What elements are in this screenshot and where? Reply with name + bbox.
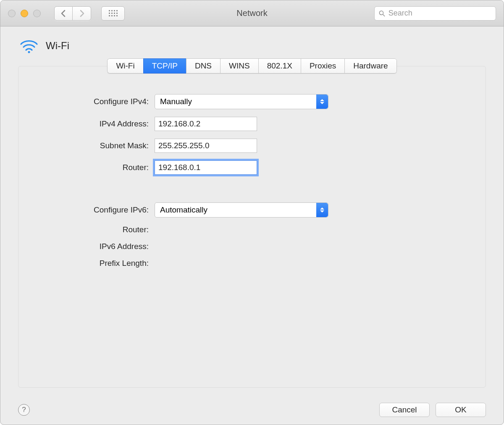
nav-forward-button[interactable]	[73, 6, 91, 21]
tab-hardware[interactable]: Hardware	[344, 58, 396, 73]
service-header: Wi-Fi	[18, 38, 486, 53]
ipv4-address-input[interactable]	[155, 117, 257, 131]
configure-ipv6-select[interactable]: Automatically	[155, 202, 328, 218]
subnet-mask-input[interactable]	[155, 139, 257, 153]
cancel-button[interactable]: Cancel	[379, 403, 430, 417]
router-label: Router:	[35, 163, 149, 172]
prefix-length-label: Prefix Length:	[35, 259, 149, 268]
tcpip-panel: Configure IPv4: Manually IPv4 Address: S…	[18, 66, 486, 388]
service-name: Wi-Fi	[46, 40, 69, 52]
configure-ipv6-value: Automatically	[160, 205, 207, 215]
tab-bar: Wi-Fi TCP/IP DNS WINS 802.1X Proxies Har…	[18, 58, 486, 73]
chevron-up-down-icon	[316, 94, 328, 109]
svg-line-1	[383, 14, 385, 16]
minimize-window-button[interactable]	[21, 10, 28, 17]
router-input[interactable]	[155, 160, 257, 175]
tab-wifi[interactable]: Wi-Fi	[107, 58, 143, 73]
tab-8021x[interactable]: 802.1X	[258, 58, 301, 73]
zoom-window-button[interactable]	[33, 10, 41, 17]
tab-dns[interactable]: DNS	[186, 58, 220, 73]
tab-proxies[interactable]: Proxies	[301, 58, 344, 73]
configure-ipv4-select[interactable]: Manually	[155, 94, 328, 109]
grid-icon	[109, 10, 118, 16]
configure-ipv4-value: Manually	[160, 97, 192, 106]
nav-back-button[interactable]	[54, 6, 73, 21]
configure-ipv6-label: Configure IPv6:	[35, 205, 149, 215]
window-traffic-lights	[8, 10, 41, 17]
configure-ipv4-label: Configure IPv4:	[35, 97, 149, 106]
ipv6-address-label: IPv6 Address:	[35, 242, 149, 251]
subnet-mask-label: Subnet Mask:	[35, 141, 149, 150]
tcpip-form: Configure IPv4: Manually IPv4 Address: S…	[35, 94, 469, 268]
ipv6-router-label: Router:	[35, 225, 149, 234]
ipv4-address-label: IPv4 Address:	[35, 119, 149, 129]
content-area: Wi-Fi Wi-Fi TCP/IP DNS WINS 802.1X Proxi…	[0, 26, 504, 395]
footer: ? Cancel OK	[0, 395, 504, 425]
tab-wins[interactable]: WINS	[220, 58, 258, 73]
svg-point-2	[28, 51, 30, 53]
search-input[interactable]	[388, 9, 491, 18]
toolbar: Network	[0, 0, 504, 26]
search-icon	[379, 10, 385, 17]
tab-tcpip[interactable]: TCP/IP	[143, 58, 186, 73]
close-window-button[interactable]	[8, 10, 16, 17]
chevron-up-down-icon	[316, 203, 328, 217]
network-preferences-window: Network Wi-Fi Wi-Fi TCP/IP DNS	[0, 0, 504, 425]
nav-back-forward	[54, 6, 91, 21]
search-field[interactable]	[374, 6, 496, 21]
show-all-prefs-button[interactable]	[101, 6, 125, 21]
wifi-icon	[20, 38, 38, 53]
ok-button[interactable]: OK	[436, 403, 486, 417]
help-button[interactable]: ?	[18, 404, 30, 416]
